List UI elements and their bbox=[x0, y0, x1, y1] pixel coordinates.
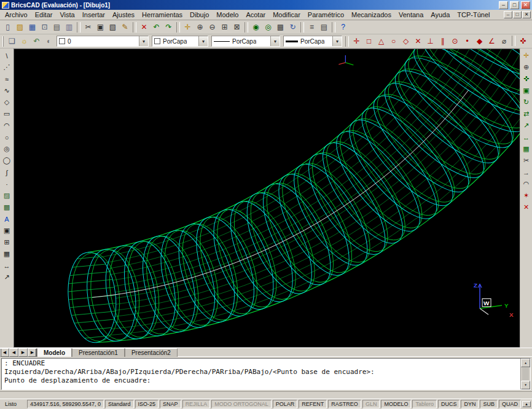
layer-freeze-button[interactable]: ◐ bbox=[43, 36, 55, 47]
help-button[interactable]: ? bbox=[337, 21, 349, 33]
status-tray-icon[interactable]: ▴ bbox=[522, 401, 531, 407]
drawing-area[interactable]: ZYXW bbox=[14, 49, 520, 348]
snap-endpoint-button[interactable]: □ bbox=[363, 36, 375, 47]
separator[interactable] bbox=[77, 22, 80, 33]
layer-explorer-button[interactable]: ❏ bbox=[6, 36, 18, 47]
tool-insert-block[interactable]: ⊞ bbox=[2, 237, 12, 247]
chevron-down-icon[interactable]: ▾ bbox=[332, 36, 342, 46]
zoom-window-button[interactable]: ⊞ bbox=[219, 21, 230, 33]
layers-panel-button[interactable]: ≡ bbox=[306, 21, 318, 33]
status-coordinates[interactable]: 434917.516, 589290.5547, 0 bbox=[27, 400, 104, 408]
tool-fillet[interactable]: ◠ bbox=[521, 179, 531, 189]
tool-donut[interactable]: ◎ bbox=[2, 144, 12, 154]
tool-rotate[interactable]: ↻ bbox=[521, 97, 531, 107]
toggle-refent[interactable]: REFENT bbox=[299, 400, 327, 408]
new-file-button[interactable]: ▯ bbox=[2, 21, 14, 33]
tool-block[interactable]: ▣ bbox=[2, 225, 12, 236]
toggle-polar[interactable]: POLAR bbox=[273, 400, 298, 408]
tab-prev-button[interactable]: ◀ bbox=[9, 348, 18, 357]
ortho-snap-button[interactable]: ✜ bbox=[517, 36, 529, 47]
snap-node-button[interactable]: • bbox=[461, 36, 473, 47]
tool-point[interactable]: · bbox=[2, 179, 12, 189]
minimize-button[interactable]: – bbox=[499, 1, 508, 9]
tab-modelo[interactable]: Modelo bbox=[37, 348, 72, 357]
snap-parallel-button[interactable]: ∥ bbox=[437, 36, 448, 47]
command-history[interactable]: : ENCUADREIzquierda/Derecha/ARriba/ABajo… bbox=[1, 358, 531, 390]
mdi-minimize-button[interactable]: – bbox=[504, 11, 512, 18]
tool-pan[interactable]: ✛ bbox=[521, 50, 531, 61]
snap-none-button[interactable]: ⌀ bbox=[498, 36, 510, 47]
tool-trim[interactable]: ✂ bbox=[521, 155, 531, 166]
chevron-down-icon[interactable]: ▾ bbox=[198, 36, 208, 46]
menu-parametrico[interactable]: Paramétrico bbox=[304, 10, 348, 19]
redo-button[interactable]: ↷ bbox=[163, 21, 174, 33]
pan-realtime-button[interactable]: ✛ bbox=[182, 21, 194, 33]
cut-button[interactable]: ✂ bbox=[82, 21, 94, 33]
separator[interactable] bbox=[332, 22, 335, 33]
chevron-down-icon[interactable]: ▾ bbox=[270, 36, 280, 46]
menu-dibujo[interactable]: Dibujo bbox=[186, 10, 213, 19]
print-preview-button[interactable]: ⊡ bbox=[39, 21, 50, 33]
menu-herramientas[interactable]: Herramientas bbox=[138, 10, 186, 19]
render-button[interactable]: ▩ bbox=[275, 21, 286, 33]
snap-clear-button[interactable]: ✗ bbox=[530, 36, 532, 47]
linetype-combo[interactable]: PorCapa ▾ bbox=[211, 36, 280, 47]
scrollbar-thumb[interactable] bbox=[522, 368, 529, 380]
tool-extend[interactable]: → bbox=[521, 167, 531, 177]
snap-settings-button[interactable]: ✛ bbox=[351, 36, 362, 47]
layer-states-button[interactable]: ☼ bbox=[18, 36, 30, 47]
tab-last-button[interactable]: ▶ bbox=[28, 348, 37, 357]
tool-region[interactable]: ▩ bbox=[2, 202, 12, 212]
mdi-close-button[interactable]: ✕ bbox=[522, 11, 531, 18]
toggle-modelo[interactable]: MODELO bbox=[381, 400, 411, 408]
tool-line[interactable]: \ bbox=[2, 50, 12, 61]
toggle-sub[interactable]: SUB bbox=[480, 400, 498, 408]
chevron-down-icon[interactable]: ▾ bbox=[139, 36, 148, 46]
tool-explode[interactable]: ✶ bbox=[521, 190, 531, 201]
tool-multiline[interactable]: ≈ bbox=[2, 74, 12, 84]
menu-insertar[interactable]: Insertar bbox=[79, 10, 109, 19]
menu-archivo[interactable]: Archivo bbox=[1, 10, 31, 19]
snap-center-button[interactable]: ○ bbox=[388, 36, 399, 47]
snap-midpoint-button[interactable]: △ bbox=[375, 36, 387, 47]
match-properties-button[interactable]: ✎ bbox=[119, 21, 131, 33]
publish-button[interactable]: ▥ bbox=[63, 21, 75, 33]
named-views-button[interactable]: ◎ bbox=[262, 21, 274, 33]
menu-tcp-tunel[interactable]: TCP-Túnel bbox=[453, 10, 493, 19]
separator[interactable] bbox=[244, 22, 248, 33]
menu-ventana[interactable]: Ventana bbox=[395, 10, 427, 19]
tool-array[interactable]: ▦ bbox=[521, 144, 531, 154]
menu-modificar[interactable]: Modificar bbox=[269, 10, 304, 19]
tool-copy[interactable]: ▣ bbox=[521, 85, 531, 96]
toggle-gln[interactable]: GLN bbox=[362, 400, 380, 408]
tool-polyline[interactable]: ∿ bbox=[2, 85, 12, 96]
view-orbit-button[interactable]: ◉ bbox=[250, 21, 262, 33]
tab-first-button[interactable]: ◀ bbox=[0, 348, 9, 357]
separator[interactable] bbox=[176, 22, 180, 33]
menu-ajustes[interactable]: Ajustes bbox=[109, 10, 138, 19]
tool-text[interactable]: A bbox=[2, 214, 12, 224]
color-combo[interactable]: PorCapa ▾ bbox=[152, 36, 208, 47]
tool-spline[interactable]: ∫ bbox=[2, 167, 12, 177]
zoom-out-button[interactable]: ⊖ bbox=[206, 21, 218, 33]
menu-editar[interactable]: Editar bbox=[31, 10, 57, 19]
command-scrollbar[interactable]: ▴ ▾ bbox=[520, 359, 530, 389]
tool-mirror[interactable]: ⇄ bbox=[521, 109, 531, 119]
toggle-dyn[interactable]: DYN bbox=[461, 400, 479, 408]
tool-dimension[interactable]: ↔ bbox=[2, 260, 12, 271]
status-dim-style[interactable]: ISO-25 bbox=[135, 400, 159, 408]
tool-table[interactable]: ▦ bbox=[2, 249, 12, 259]
snap-nearest-button[interactable]: ∠ bbox=[486, 36, 498, 47]
toggle-quad[interactable]: QUAD bbox=[499, 400, 521, 408]
tab-presentacion1[interactable]: Presentación1 bbox=[72, 348, 125, 357]
toggle-snap[interactable]: SNAP bbox=[160, 400, 181, 408]
snap-intersection-button[interactable]: ✕ bbox=[412, 36, 424, 47]
status-text-style[interactable]: Standard bbox=[105, 400, 134, 408]
toggle-ortogonal[interactable]: MODO ORTOGONAL bbox=[211, 400, 272, 408]
undo-button[interactable]: ↶ bbox=[151, 21, 162, 33]
snap-tangent-button[interactable]: ⊙ bbox=[449, 36, 461, 47]
separator[interactable] bbox=[300, 22, 304, 33]
layer-combo[interactable]: 0 ▾ bbox=[57, 36, 149, 47]
separator[interactable] bbox=[512, 36, 515, 46]
tool-move[interactable]: ✜ bbox=[521, 74, 531, 84]
